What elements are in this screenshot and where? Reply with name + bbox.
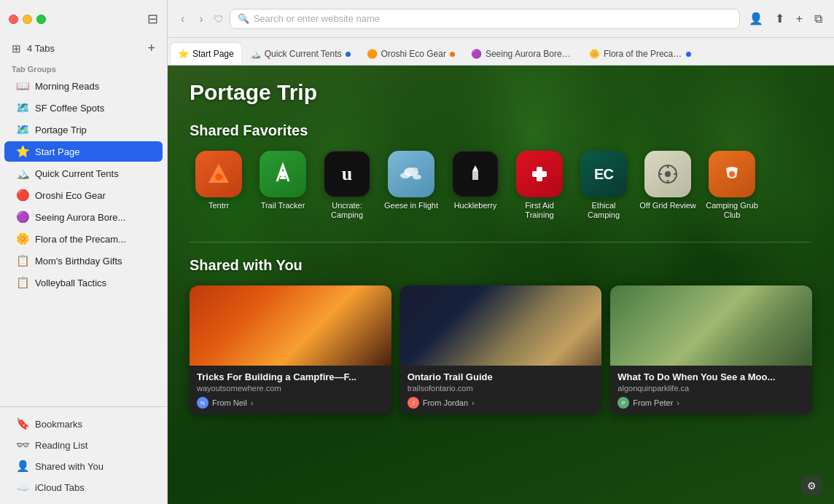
sidebar-item-flora-precam[interactable]: 🌼 Flora of the Precam... — [4, 229, 163, 249]
fav-item-camping-grub[interactable]: Camping Grub Club — [703, 151, 761, 220]
tentrr-label: Tentrr — [208, 201, 229, 210]
camping-grub-label: Camping Grub Club — [703, 201, 761, 220]
camping-grub-icon — [709, 151, 755, 197]
sidebar-item-reading-list[interactable]: 👓 Reading List — [4, 435, 163, 455]
address-bar[interactable]: 🔍 Search or enter website name — [230, 9, 740, 29]
huckleberry-icon — [452, 151, 499, 197]
tab-start-page[interactable]: ⭐ Start Page — [171, 43, 241, 65]
share-button[interactable]: ⬆ — [772, 9, 787, 28]
fav-item-off-grid[interactable]: Off Grid Review — [639, 151, 697, 220]
customize-page-button[interactable]: ⚙ — [801, 476, 822, 495]
campfire-image — [190, 286, 391, 366]
moose-url: algonquinparklife.ca — [617, 384, 805, 393]
mountain-icon: 🏔️ — [16, 167, 29, 180]
sidebar-item-sf-coffee-spots[interactable]: 🗺️ SF Coffee Spots — [4, 98, 163, 118]
sidebar-item-start-page[interactable]: ⭐ Start Page — [4, 141, 163, 162]
close-button[interactable] — [9, 15, 18, 24]
sidebar-item-moms-birthday-gifts[interactable]: 📋 Mom's Birthday Gifts — [4, 251, 163, 271]
browser-chrome: ‹ › 🛡 🔍 Search or enter website name 👤 ⬆… — [168, 0, 834, 38]
star-tab-icon: ⭐ — [178, 49, 189, 59]
sidebar-bottom: 🔖 Bookmarks 👓 Reading List 👤 Shared with… — [0, 406, 167, 504]
tab-quick-current-tents[interactable]: 🏔️ Quick Current Tents — [243, 43, 358, 65]
tab-notification-dot — [346, 52, 351, 57]
search-icon: 🔍 — [238, 13, 249, 24]
book-icon: 📖 — [16, 79, 29, 92]
svg-point-12 — [665, 171, 671, 177]
page-title: Portage Trip — [190, 80, 812, 105]
fav-item-first-aid[interactable]: First Aid Training — [510, 151, 569, 220]
sidebar-item-bookmarks[interactable]: 🔖 Bookmarks — [4, 414, 163, 434]
forward-button[interactable]: › — [195, 9, 207, 28]
tab-loading-dot — [450, 52, 455, 57]
trail-from: J From Jordan › — [408, 397, 595, 409]
content-scroll[interactable]: Portage Trip Shared Favorites Tentrr — [168, 66, 834, 504]
sidebar-toggle-button[interactable]: ⊟ — [147, 11, 158, 27]
chrome-actions: 👤 ⬆ + ⧉ — [746, 9, 825, 28]
trail-url: trailsofontario.com — [408, 384, 595, 393]
campfire-from: N From Neil › — [197, 397, 384, 409]
fav-item-huckleberry[interactable]: Huckleberry — [446, 151, 504, 220]
trail-image — [400, 286, 602, 366]
fav-item-geese[interactable]: Geese in Flight — [382, 151, 440, 220]
svg-point-8 — [413, 168, 418, 172]
trail-title: Ontario Trail Guide — [408, 371, 595, 382]
person-icon: 👤 — [16, 460, 29, 473]
traffic-lights — [9, 15, 46, 24]
fullscreen-button[interactable] — [36, 15, 46, 24]
bookmark-icon: 🔖 — [16, 417, 29, 430]
minimize-button[interactable] — [23, 15, 32, 24]
uncrate-label: Uncrate: Camping — [318, 201, 376, 220]
moose-image — [610, 286, 812, 366]
shared-card-ontario-trail[interactable]: Ontario Trail Guide trailsofontario.com … — [400, 286, 602, 414]
sidebar-item-morning-reads[interactable]: 📖 Morning Reads — [4, 76, 163, 96]
address-placeholder: Search or enter website name — [254, 13, 380, 24]
sidebar-item-icloud-tabs[interactable]: ☁️ iCloud Tabs — [4, 477, 163, 497]
favorites-section-title: Shared Favorites — [190, 122, 812, 139]
shared-section-title: Shared with You — [190, 257, 812, 274]
fav-item-ethical-camping[interactable]: EC Ethical Camping — [574, 151, 633, 220]
tab-seeing-aurora[interactable]: 🟣 Seeing Aurora Boreali... — [464, 43, 580, 65]
fav-item-trail-tracker[interactable]: Trail Tracker — [254, 151, 312, 220]
map-icon: 🗺️ — [16, 101, 29, 114]
favorites-grid: Tentrr Trail Tracker — [190, 151, 812, 220]
off-grid-label: Off Grid Review — [639, 201, 695, 210]
campfire-title: Tricks For Building a Campfire—F... — [197, 371, 384, 382]
list-icon: 📋 — [16, 254, 29, 267]
add-tab-group-button[interactable]: + — [147, 41, 155, 56]
shared-card-moose[interactable]: What To Do When You See a Moo... algonqu… — [610, 286, 812, 414]
new-tab-button[interactable]: + — [793, 9, 806, 28]
shared-card-campfire[interactable]: Tricks For Building a Campfire—F... wayo… — [190, 286, 391, 414]
first-aid-label: First Aid Training — [510, 201, 569, 220]
campfire-card-body: Tricks For Building a Campfire—F... wayo… — [190, 366, 391, 414]
tab-notification-dot-2 — [686, 52, 691, 57]
sidebar-item-shared-with-you[interactable]: 👤 Shared with You — [4, 456, 163, 476]
map-icon-2: 🗺️ — [16, 123, 29, 136]
sidebar-item-portage-trip[interactable]: 🗺️ Portage Trip — [4, 119, 163, 140]
neil-avatar: N — [197, 397, 208, 409]
profile-button[interactable]: 👤 — [746, 9, 766, 28]
sidebar-item-quick-current-tents[interactable]: 🏔️ Quick Current Tents — [4, 163, 163, 184]
fav-item-uncrate[interactable]: u Uncrate: Camping — [318, 151, 376, 220]
content-area: Portage Trip Shared Favorites Tentrr — [168, 66, 834, 504]
tentrr-icon — [195, 151, 242, 197]
shield-icon: 🛡 — [214, 13, 224, 25]
geese-label: Geese in Flight — [384, 201, 438, 210]
flower-icon: 🌼 — [16, 232, 29, 245]
tab-count-icon: ⊞ — [12, 42, 21, 55]
tab-flora-precam[interactable]: 🌼 Flora of the Precambi... — [582, 43, 698, 65]
tab-oroshi-eco-gear[interactable]: 🟠 Oroshi Eco Gear — [359, 43, 462, 65]
fav-item-tentrr[interactable]: Tentrr — [190, 151, 248, 220]
sidebar-item-oroshi-eco-gear[interactable]: 🔴 Oroshi Eco Gear — [4, 185, 163, 205]
jordan-avatar: J — [408, 397, 419, 409]
trail-card-body: Ontario Trail Guide trailsofontario.com … — [400, 366, 602, 414]
campfire-url: wayoutsomewhere.com — [197, 384, 384, 393]
tab-groups-section-label: Tab Groups — [0, 59, 167, 75]
sidebar-item-volleyball-tactics[interactable]: 📋 Volleyball Tactics — [4, 272, 163, 293]
moose-card-body: What To Do When You See a Moo... algonqu… — [610, 366, 812, 414]
tab-overview-button[interactable]: ⧉ — [811, 9, 825, 28]
uncrate-icon: u — [324, 151, 370, 197]
sidebar-item-seeing-aurora[interactable]: 🟣 Seeing Aurora Bore... — [4, 207, 163, 227]
back-button[interactable]: ‹ — [176, 9, 189, 28]
trail-tracker-label: Trail Tracker — [261, 201, 305, 210]
shared-with-you-grid: Tricks For Building a Campfire—F... wayo… — [190, 286, 812, 414]
